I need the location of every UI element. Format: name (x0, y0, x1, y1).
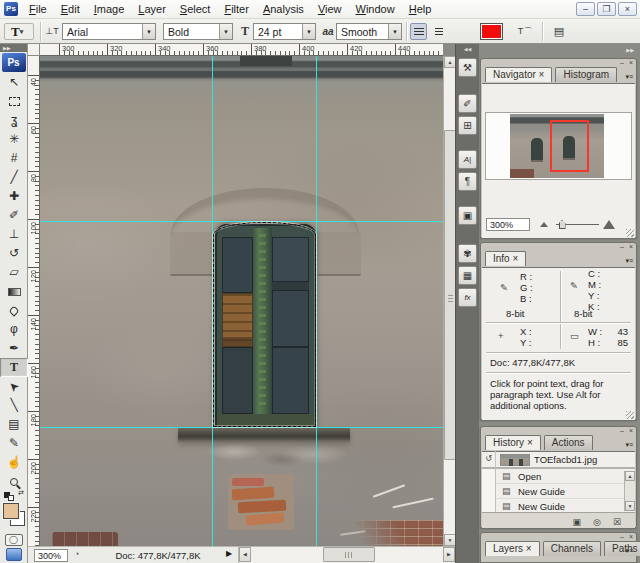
status-menu-arrow-icon[interactable]: ▶ (226, 549, 232, 558)
menu-image[interactable]: Image (87, 0, 132, 19)
zoom-in-icon[interactable] (603, 220, 615, 229)
character-panel-button[interactable]: A| (458, 150, 477, 169)
menu-analysis[interactable]: Analysis (256, 0, 311, 19)
type-tool[interactable]: T (0, 358, 28, 377)
layer-comps-panel-button[interactable]: ▣ (458, 206, 477, 225)
eyedropper-tool[interactable]: ✎ (0, 434, 28, 453)
antialias-select[interactable]: Smooth ▼ (336, 23, 402, 40)
guide-vertical-2[interactable] (316, 56, 317, 546)
canvas-vertical-scrollbar[interactable]: ▲ ▼ (443, 56, 455, 546)
brush-tool[interactable]: ✐ (0, 206, 28, 225)
tab-histogram[interactable]: Histogram (555, 67, 617, 82)
history-scrollbar[interactable]: ▲ ▼ (624, 471, 635, 511)
navigator-view-box[interactable] (550, 120, 589, 172)
scroll-right-icon[interactable]: ▶ (443, 547, 455, 562)
tab-info[interactable]: Info × (485, 251, 526, 266)
guide-horizontal-2[interactable] (40, 427, 443, 428)
scroll-up-icon[interactable]: ▲ (625, 471, 635, 481)
panel-close-icon[interactable]: × (629, 59, 633, 66)
tool-preset-picker[interactable]: T▾ (4, 23, 34, 40)
panel-close-icon[interactable]: × (629, 533, 633, 540)
font-style-select[interactable]: Bold ▼ (163, 23, 233, 40)
panel-close-icon[interactable]: × (629, 243, 633, 250)
tab-layers[interactable]: Layers × (485, 541, 540, 556)
swap-arrows-icon[interactable]: ⇄ (18, 489, 24, 497)
menu-filter[interactable]: Filter (217, 0, 255, 19)
chevron-down-icon[interactable]: ▼ (388, 24, 401, 39)
scroll-down-icon[interactable]: ▼ (625, 501, 635, 511)
document-canvas[interactable] (40, 56, 443, 546)
menu-help[interactable]: Help (402, 0, 439, 19)
text-color-swatch[interactable] (480, 23, 503, 40)
delete-state-icon[interactable]: ☒ (613, 517, 621, 527)
path-selection-tool[interactable]: ➤ (0, 377, 28, 396)
status-doc-size[interactable]: Doc: 477,8K/477,8K (98, 550, 218, 561)
chevron-down-icon[interactable]: ▼ (142, 24, 155, 39)
dock-collapse-icon[interactable]: ◀◀ (456, 44, 479, 54)
move-tool[interactable]: ↖ (0, 73, 28, 92)
gradient-tool[interactable] (0, 282, 28, 301)
swap-colors-control[interactable]: ⇄ (0, 491, 27, 502)
restore-button[interactable]: ❐ (597, 2, 616, 16)
foreground-color-swatch[interactable] (3, 503, 19, 519)
app-icon[interactable]: Ps (4, 2, 18, 16)
eraser-tool[interactable]: ▱ (0, 263, 28, 282)
history-step[interactable]: ▤ Open (482, 469, 635, 484)
quick-mask-button[interactable]: ◯ (0, 532, 27, 548)
vertical-ruler[interactable]: 40 60 80 100 120 140 160 180 200 220 (28, 56, 40, 546)
marquee-tool[interactable] (0, 92, 28, 111)
font-family-select[interactable]: Arial ▼ (62, 23, 156, 40)
panel-menu-icon[interactable]: ▾≡ (625, 441, 633, 449)
guide-horizontal-1[interactable] (40, 221, 443, 222)
menu-view[interactable]: View (311, 0, 349, 19)
menu-window[interactable]: Window (349, 0, 402, 19)
ruler-corner[interactable] (28, 44, 40, 56)
healing-brush-tool[interactable]: ✚ (0, 187, 28, 206)
panel-resize-grip[interactable] (626, 411, 634, 419)
history-step-well[interactable] (482, 469, 496, 484)
navigator-zoom-field[interactable]: 300% (486, 218, 530, 231)
toolbox-collapse-icon[interactable]: ▶▶ (0, 44, 27, 52)
chevron-down-icon[interactable]: ▼ (302, 24, 315, 39)
history-step[interactable]: ▤ New Guide (482, 484, 635, 499)
horizontal-scroll-thumb[interactable] (323, 547, 375, 562)
brushes-panel-button[interactable]: ✐ (458, 94, 477, 113)
pen-tool[interactable]: ✒ (0, 339, 28, 358)
close-button[interactable]: × (618, 2, 637, 16)
info-bit-depth-left[interactable]: 8-bit (506, 308, 524, 319)
warp-text-icon[interactable]: T⌒ (516, 23, 534, 40)
menu-select[interactable]: Select (173, 0, 218, 19)
shape-tool[interactable]: ╲ (0, 396, 28, 415)
notes-tool[interactable]: ▤ (0, 415, 28, 434)
history-brush-tool[interactable]: ↺ (0, 244, 28, 263)
lasso-tool[interactable]: ʓ (0, 111, 28, 130)
swatches-panel-button[interactable]: ▦ (458, 266, 477, 285)
panels-collapse-icon[interactable]: ▶▶ (479, 44, 640, 56)
slice-tool[interactable]: ╱ (0, 168, 28, 187)
clone-source-panel-button[interactable]: ⊞ (458, 116, 477, 135)
toggle-palettes-icon[interactable]: ▤ (550, 23, 568, 40)
scroll-left-icon[interactable]: ◀ (239, 547, 251, 562)
align-left-button[interactable] (410, 23, 427, 40)
new-document-from-state-icon[interactable]: ▣ (572, 517, 581, 527)
tool-presets-panel-button[interactable]: ⚒ (458, 58, 477, 77)
panel-minimize-icon[interactable]: – (620, 243, 624, 250)
canvas-horizontal-scrollbar[interactable]: ◀ ▶ (238, 547, 455, 563)
menu-edit[interactable]: Edit (54, 0, 87, 19)
text-orientation-icon[interactable]: ⊥T (44, 23, 60, 40)
history-source-icon[interactable]: ↺ (482, 451, 496, 468)
panel-menu-icon[interactable]: ▾≡ (625, 73, 633, 81)
blur-tool[interactable] (0, 301, 28, 320)
panel-minimize-icon[interactable]: – (620, 427, 624, 434)
status-zoom-field[interactable]: 300% (34, 549, 68, 562)
tab-history[interactable]: History × (485, 435, 541, 450)
menu-file[interactable]: File (22, 0, 54, 19)
hand-tool[interactable]: ☝ (0, 453, 28, 472)
styles-panel-button[interactable]: fx (458, 288, 477, 307)
tab-navigator[interactable]: Navigator × (485, 67, 552, 82)
horizontal-ruler[interactable]: 300 320 340 360 380 400 420 440 (40, 44, 443, 56)
paragraph-panel-button[interactable]: ¶ (458, 172, 477, 191)
tab-paths[interactable]: Paths (604, 541, 640, 556)
selection-marching-ants[interactable] (213, 222, 316, 427)
panel-menu-icon[interactable]: ▾≡ (625, 257, 633, 265)
